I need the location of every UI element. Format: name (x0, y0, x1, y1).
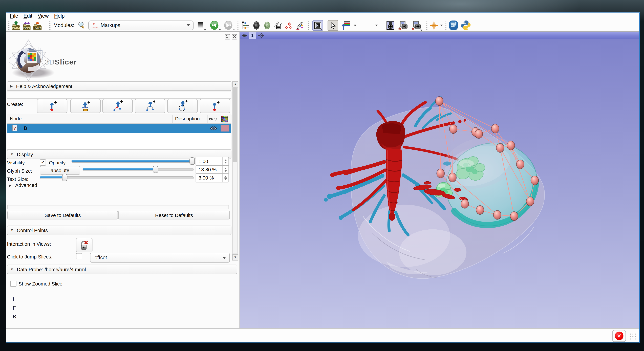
chevron-down-icon[interactable] (354, 24, 356, 26)
create-point-list-button[interactable] (37, 99, 67, 113)
control-point-7[interactable] (516, 160, 524, 169)
jump-mode-combobox[interactable]: offset (90, 253, 230, 263)
module-search-button[interactable] (77, 20, 87, 31)
toolbar-drag-handle[interactable] (237, 21, 239, 30)
scrollbar-thumb[interactable] (233, 88, 237, 162)
node-color-cell[interactable] (219, 125, 231, 132)
extensions-manager-button[interactable] (448, 20, 459, 31)
create-closed-curve-button[interactable] (167, 99, 198, 113)
transforms-button[interactable] (272, 20, 283, 31)
menu-view[interactable]: View (38, 13, 49, 19)
view-tab-1[interactable]: 1 (248, 32, 256, 39)
markups-toolbar-button[interactable] (283, 20, 294, 31)
toolbar-drag-handle[interactable] (445, 21, 447, 30)
column-header-description[interactable]: Description (173, 115, 208, 123)
control-point-4[interactable] (491, 124, 499, 133)
node-visibility-cell[interactable] (208, 126, 218, 131)
scroll-down-button[interactable]: ▼ (232, 254, 238, 261)
view-controller-icon[interactable] (258, 32, 264, 39)
show-zoomed-slice-checkbox[interactable] (10, 281, 16, 287)
spin-arrows[interactable] (222, 166, 228, 174)
module-forward-button[interactable] (223, 20, 234, 31)
spin-arrows[interactable] (222, 157, 228, 166)
threed-view[interactable]: 1 (240, 32, 638, 329)
toolbar-drag-handle[interactable] (48, 21, 50, 30)
resize-grip[interactable] (629, 333, 636, 340)
threed-viewport[interactable] (240, 40, 638, 328)
create-open-curve-button[interactable] (135, 99, 165, 113)
opacity-slider[interactable] (72, 157, 194, 164)
menu-edit[interactable]: Edit (24, 13, 32, 19)
data-probe-section-header[interactable]: ▼ Data Probe: /home/aure/4.mrml (7, 265, 237, 274)
column-header-color[interactable] (218, 115, 230, 123)
control-point-13[interactable] (461, 199, 469, 208)
control-point-12[interactable] (476, 206, 484, 214)
node-row-B[interactable]: ? B (8, 124, 231, 133)
module-selector-combobox[interactable]: Markups (88, 20, 193, 30)
text-size-slider[interactable] (40, 174, 194, 180)
chevron-down-icon[interactable] (375, 24, 378, 26)
subject-hierarchy-button[interactable] (240, 20, 251, 31)
visibility-checkbox[interactable]: ✓ (40, 160, 46, 166)
create-angle-button[interactable] (102, 99, 133, 113)
control-point-9[interactable] (526, 197, 534, 206)
glyph-size-spinbox[interactable]: 13.80 % (196, 165, 229, 174)
dicom-button[interactable]: DCM (21, 20, 32, 31)
toolbar-drag-handle[interactable] (8, 21, 10, 30)
volume-rendering-button[interactable] (251, 20, 262, 31)
slider-handle[interactable] (62, 174, 67, 181)
click-to-jump-checkbox[interactable] (76, 253, 82, 259)
create-line-button[interactable] (70, 99, 100, 113)
control-point-8[interactable] (531, 176, 538, 185)
scroll-up-button[interactable]: ▲ (232, 81, 238, 88)
panel-close-button[interactable] (232, 34, 237, 40)
module-history-button[interactable] (195, 20, 206, 31)
slider-handle[interactable] (190, 157, 195, 165)
help-section-header[interactable]: ▶ Help & Acknowledgement (7, 81, 232, 91)
toolbar-drag-handle[interactable] (425, 21, 427, 30)
glyph-size-slider[interactable] (83, 166, 194, 172)
chevron-down-icon[interactable] (440, 24, 442, 26)
crosshair-button[interactable] (428, 20, 439, 31)
node-table-empty-area[interactable] (8, 133, 231, 149)
layout-selector-button[interactable] (312, 20, 323, 31)
pin-icon[interactable] (242, 33, 247, 38)
create-plane-button[interactable] (200, 99, 230, 113)
save-to-defaults-button[interactable]: Save to Defaults (8, 211, 118, 219)
save-button[interactable]: SAVE (32, 20, 43, 31)
advanced-section-toggle[interactable]: Advanced (15, 182, 37, 188)
annotations-button[interactable] (294, 20, 304, 31)
control-points-section-header[interactable]: ▼ Control Points (7, 226, 232, 235)
panel-float-button[interactable] (225, 34, 230, 40)
menu-file[interactable]: File (10, 13, 18, 19)
python-console-button[interactable] (460, 20, 471, 31)
screenshot-style-button[interactable] (340, 20, 352, 31)
error-log-button[interactable]: ✕ (612, 330, 626, 342)
menu-help[interactable]: Help (54, 13, 65, 19)
interaction-toggle-button[interactable] (76, 238, 92, 252)
control-point-3[interactable] (475, 130, 482, 138)
scene-view-save-button[interactable] (398, 20, 408, 31)
control-point-11[interactable] (493, 210, 501, 220)
load-data-button[interactable]: DATA (11, 20, 22, 31)
scene-view-restore-button[interactable] (411, 20, 422, 31)
control-point-0[interactable] (436, 96, 443, 106)
control-point-14[interactable] (449, 173, 456, 182)
opacity-spinbox[interactable]: 1.00 (196, 157, 229, 166)
control-point-6[interactable] (507, 141, 515, 150)
column-header-visibility[interactable] (208, 115, 218, 123)
spin-arrows[interactable] (222, 174, 228, 182)
models-button[interactable] (262, 20, 272, 31)
control-point-1[interactable] (449, 124, 457, 134)
capture-view-button[interactable] (385, 20, 396, 31)
module-back-button[interactable] (209, 20, 220, 31)
mouse-interaction-button[interactable] (328, 20, 338, 31)
control-point-5[interactable] (496, 144, 504, 152)
reset-to-defaults-button[interactable]: Reset to Defaults (118, 211, 230, 219)
column-header-node[interactable]: Node (8, 115, 173, 123)
slider-handle[interactable] (153, 166, 158, 173)
text-size-spinbox[interactable]: 3.00 % (196, 174, 229, 182)
control-point-10[interactable] (510, 212, 518, 221)
control-point-15[interactable] (437, 169, 444, 178)
toolbar-drag-handle[interactable] (308, 21, 310, 30)
